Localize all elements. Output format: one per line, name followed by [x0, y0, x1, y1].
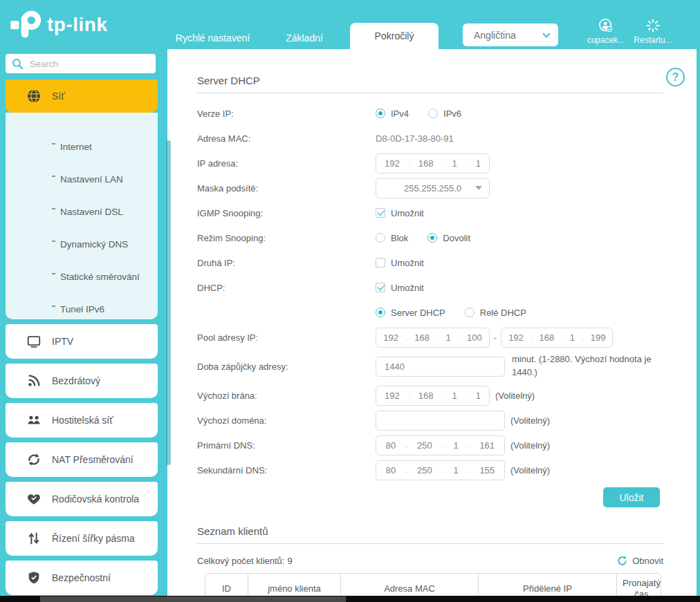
form-row-primary-dns: Primární DNS: 80.250.1.161 (Volitelný): [197, 433, 663, 458]
save-button[interactable]: Uložit: [603, 487, 660, 507]
form-row-ip-address: IP adresa: 192.168.1.1: [197, 151, 663, 176]
radio-ipv6[interactable]: IPv6: [428, 109, 461, 119]
lease-time-input[interactable]: 1440: [376, 357, 505, 377]
ip-octet[interactable]: 1: [476, 391, 481, 401]
ip-octet[interactable]: 192: [385, 158, 400, 169]
reboot-button[interactable]: Restartu...: [630, 18, 676, 45]
ip-octet[interactable]: 168: [418, 391, 434, 401]
sidebar-subitem-internet[interactable]: Internet: [6, 131, 158, 163]
ip-octet[interactable]: 168: [418, 158, 434, 169]
field-label: Druhá IP:: [197, 258, 376, 268]
tab-advanced[interactable]: Pokročilý: [350, 23, 439, 49]
sidebar-subitem-dsl-settings[interactable]: Nastavení DSL: [6, 196, 158, 228]
sidebar-item-bandwidth-control[interactable]: Řízení šířky pásma: [6, 521, 158, 556]
form-row-lease-time: Doba zápůjčky adresy: 1440 minut. (1-288…: [197, 350, 663, 383]
field-label: Pool adresy IP:: [197, 332, 376, 343]
sidebar-item-network[interactable]: Síť: [6, 79, 158, 113]
radio-dot: [376, 233, 385, 243]
guests-icon: [26, 413, 42, 428]
ip-octet[interactable]: 161: [479, 440, 495, 451]
heart-icon: [26, 491, 42, 507]
form-row-dhcp-mode: Server DHCP Relé DHCP: [197, 300, 663, 325]
sidebar-subitem-lan-settings[interactable]: Nastavení LAN: [6, 163, 158, 196]
form-row-domain: Výchozí doména: (Volitelný): [197, 408, 663, 433]
sidebar-subitem-ipv6-tunnel[interactable]: Tunel IPv6: [6, 293, 158, 326]
globe-icon: [26, 88, 42, 104]
field-label: Výchozí doména:: [197, 415, 376, 426]
top-header: tp-link Rychlé nastavení Základní Pokroč…: [0, 0, 700, 49]
optional-hint: (Volitelný): [510, 465, 550, 476]
wifi-icon: [26, 373, 42, 388]
ip-octet[interactable]: 199: [591, 332, 606, 343]
ip-octet[interactable]: 155: [479, 465, 495, 476]
account-button[interactable]: cupacek...: [584, 18, 627, 45]
secondary-dns-input[interactable]: 80.250.1.155: [376, 460, 505, 480]
ip-octet[interactable]: 80: [386, 465, 396, 476]
radio-dhcp-relay[interactable]: Relé DHCP: [465, 308, 526, 318]
tab-basic[interactable]: Základní: [266, 31, 342, 45]
sidebar-item-security[interactable]: Bezpečnostní: [6, 561, 158, 595]
dhcp-enable-checkbox[interactable]: Umožnit: [376, 283, 424, 293]
sidebar-subitem-dynamic-dns[interactable]: Dynamický DNS: [6, 228, 158, 261]
clients-total-value: 9: [287, 556, 292, 566]
sidebar-item-parental-controls[interactable]: Rodičovská kontrola: [6, 482, 158, 516]
ip-octet[interactable]: 1: [445, 332, 450, 343]
ip-octet[interactable]: 100: [467, 332, 482, 343]
igmp-enable-checkbox[interactable]: Umožnit: [376, 208, 424, 218]
help-icon[interactable]: ?: [666, 68, 685, 86]
ip-address-input[interactable]: 192.168.1.1: [376, 153, 490, 173]
clients-section-title: Seznam klientů: [197, 525, 663, 537]
gateway-input[interactable]: 192.168.1.1: [376, 386, 490, 406]
sidebar-item-label: Síť: [52, 91, 64, 102]
ip-octet[interactable]: 192: [383, 332, 398, 343]
sidebar: Síť Internet Nastavení LAN Nastavení DSL…: [6, 54, 158, 595]
ip-octet[interactable]: 192: [508, 332, 524, 343]
clients-total-label: Celkový počet klientů:: [197, 556, 284, 566]
tv-icon: [26, 334, 42, 349]
second-ip-enable-checkbox[interactable]: Umožnit: [376, 258, 424, 268]
field-label: Primární DNS:: [197, 440, 376, 451]
router-admin-page: tp-link Rychlé nastavení Základní Pokroč…: [0, 0, 700, 602]
ip-octet[interactable]: 1: [452, 158, 457, 169]
ip-octet[interactable]: 80: [386, 440, 396, 451]
ip-octet[interactable]: 1: [452, 391, 457, 401]
radio-dhcp-server[interactable]: Server DHCP: [376, 308, 445, 318]
primary-dns-input[interactable]: 80.250.1.161: [376, 435, 505, 455]
pool-start-input[interactable]: 192.168.1.100: [376, 328, 490, 348]
radio-allow[interactable]: Dovolit: [427, 233, 470, 243]
pool-end-input[interactable]: 192.168.1.199: [501, 328, 613, 348]
ip-octet[interactable]: 168: [414, 332, 430, 343]
domain-input[interactable]: [376, 411, 505, 431]
sidebar-search[interactable]: [6, 54, 156, 73]
ip-octet[interactable]: 250: [417, 440, 432, 451]
ip-octet[interactable]: 168: [540, 332, 555, 343]
radio-ipv4[interactable]: IPv4: [376, 109, 409, 119]
account-label: cupacek...: [587, 35, 625, 45]
subnet-mask-select[interactable]: 255.255.255.0: [376, 178, 490, 198]
sidebar-item-guest-network[interactable]: Hostitelská síť: [6, 403, 158, 438]
form-row-igmp: IGMP Snooping: Umožnit: [197, 200, 663, 225]
refresh-button[interactable]: Obnovit: [616, 555, 663, 567]
ip-octet[interactable]: 1: [476, 158, 481, 169]
ip-octet[interactable]: 192: [385, 391, 400, 401]
sidebar-scrollbar[interactable]: [166, 140, 171, 465]
sidebar-subitem-static-routing[interactable]: Statické směrování: [6, 261, 158, 293]
ip-octet[interactable]: 1: [570, 332, 575, 343]
optional-hint: (Volitelný): [510, 415, 550, 426]
sidebar-item-wireless[interactable]: Bezdrátový: [6, 364, 158, 398]
tab-quick-setup[interactable]: Rychlé nastavení: [169, 31, 256, 45]
form-row-ip-pool: Pool adresy IP: 192.168.1.100 - 192.168.…: [197, 325, 663, 350]
section-divider: [197, 543, 663, 544]
ip-octet[interactable]: 250: [417, 465, 432, 476]
logo-wordmark: tp-link: [47, 14, 108, 36]
form-row-secondary-dns: Sekundární DNS: 80.250.1.155 (Volitelný): [197, 458, 663, 482]
language-select[interactable]: Angličtina: [463, 23, 558, 46]
sidebar-item-iptv[interactable]: IPTV: [6, 324, 158, 359]
ip-octet[interactable]: 1: [453, 440, 458, 451]
sidebar-item-nat-forwarding[interactable]: NAT Přesměrování: [6, 442, 158, 477]
ip-octet[interactable]: 1: [453, 465, 458, 476]
nat-arrows-icon: [26, 452, 42, 467]
search-input[interactable]: [30, 59, 140, 69]
radio-block[interactable]: Blok: [376, 233, 408, 243]
subitem-dash: [52, 143, 55, 144]
